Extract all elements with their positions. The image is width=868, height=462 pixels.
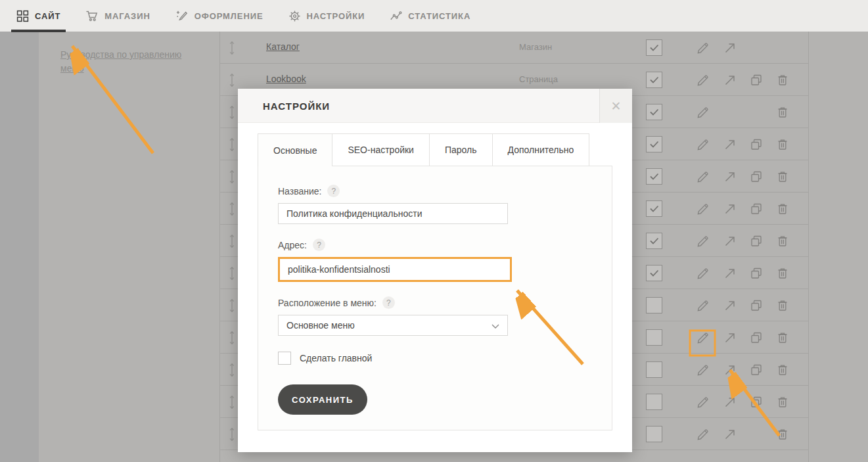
drag-handle-icon[interactable] bbox=[227, 233, 237, 252]
row-open-icon[interactable] bbox=[723, 363, 737, 377]
drag-handle-icon[interactable] bbox=[227, 394, 237, 413]
row-edit-icon[interactable] bbox=[696, 363, 710, 377]
row-copy-icon[interactable] bbox=[749, 73, 764, 87]
row-visibility-checkbox[interactable] bbox=[646, 329, 662, 346]
row-delete-icon[interactable] bbox=[775, 234, 790, 248]
row-edit-icon[interactable] bbox=[696, 105, 710, 120]
row-edit-icon[interactable] bbox=[696, 137, 710, 152]
row-open-icon[interactable] bbox=[723, 427, 737, 442]
row-open-icon[interactable] bbox=[723, 170, 737, 184]
row-visibility-checkbox[interactable] bbox=[646, 233, 662, 249]
row-open-icon[interactable] bbox=[723, 202, 737, 216]
row-edit-icon[interactable] bbox=[696, 427, 710, 442]
make-main-checkbox[interactable] bbox=[278, 352, 291, 365]
help-icon[interactable]: ? bbox=[327, 185, 340, 197]
tab-settings[interactable]: НАСТРОЙКИ bbox=[283, 0, 371, 32]
row-edit-icon[interactable] bbox=[696, 73, 710, 87]
drag-handle-icon[interactable] bbox=[227, 427, 237, 445]
drag-handle-icon[interactable] bbox=[227, 330, 237, 348]
drag-handle-icon[interactable] bbox=[227, 72, 237, 91]
tab-design[interactable]: ОФОРМЛЕНИЕ bbox=[170, 0, 269, 32]
row-delete-icon[interactable] bbox=[775, 105, 790, 120]
row-edit-icon[interactable] bbox=[696, 234, 710, 248]
row-delete-icon[interactable] bbox=[775, 331, 790, 345]
row-visibility-checkbox[interactable] bbox=[646, 200, 662, 217]
row-copy-icon[interactable] bbox=[749, 363, 764, 377]
help-icon[interactable]: ? bbox=[313, 239, 325, 251]
row-edit-icon[interactable] bbox=[696, 331, 710, 345]
row-open-icon[interactable] bbox=[723, 395, 737, 409]
settings-modal: НАСТРОЙКИ ✕ Основные SEO-настройки Парол… bbox=[238, 89, 632, 452]
row-visibility-checkbox[interactable] bbox=[646, 265, 662, 281]
row-delete-icon[interactable] bbox=[775, 363, 790, 377]
menu-guide-link[interactable]: Руководства по управлению меню bbox=[60, 48, 198, 76]
row-open-icon[interactable] bbox=[723, 73, 737, 87]
drag-handle-icon[interactable] bbox=[227, 137, 237, 155]
row-delete-icon[interactable] bbox=[775, 266, 790, 281]
row-name-link[interactable]: Lookbook bbox=[266, 74, 306, 84]
row-visibility-checkbox[interactable] bbox=[646, 72, 662, 88]
drag-handle-icon[interactable] bbox=[227, 40, 237, 58]
row-edit-icon[interactable] bbox=[696, 298, 710, 313]
row-open-icon[interactable] bbox=[723, 137, 737, 152]
row-delete-icon[interactable] bbox=[775, 73, 790, 87]
row-copy-icon[interactable] bbox=[749, 234, 764, 248]
drag-handle-icon[interactable] bbox=[227, 362, 237, 381]
row-edit-icon[interactable] bbox=[696, 170, 710, 184]
row-open-icon[interactable] bbox=[723, 41, 737, 55]
menu-location-select[interactable]: Основное меню bbox=[278, 315, 508, 336]
row-copy-icon[interactable] bbox=[749, 266, 764, 281]
address-field-label: Адрес: ? bbox=[278, 239, 612, 251]
row-visibility-checkbox[interactable] bbox=[646, 394, 662, 410]
address-field[interactable]: politika-konfidentsialnosti bbox=[278, 257, 512, 282]
row-visibility-checkbox[interactable] bbox=[646, 168, 662, 185]
row-delete-icon[interactable] bbox=[775, 427, 790, 442]
row-delete-icon[interactable] bbox=[775, 137, 790, 152]
row-type-label: Магазин bbox=[519, 42, 552, 52]
row-delete-icon[interactable] bbox=[775, 298, 790, 313]
save-button[interactable]: СОХРАНИТЬ bbox=[278, 384, 367, 415]
row-edit-icon[interactable] bbox=[696, 41, 710, 55]
row-delete-icon[interactable] bbox=[775, 202, 790, 216]
drag-handle-icon[interactable] bbox=[227, 104, 237, 123]
drag-handle-icon[interactable] bbox=[227, 201, 237, 219]
row-visibility-checkbox[interactable] bbox=[646, 39, 662, 56]
tab-password[interactable]: Пароль bbox=[429, 133, 493, 166]
drag-handle-icon[interactable] bbox=[227, 169, 237, 187]
row-copy-icon[interactable] bbox=[749, 298, 764, 313]
row-visibility-checkbox[interactable] bbox=[646, 361, 662, 378]
drag-handle-icon[interactable] bbox=[227, 266, 237, 284]
row-copy-icon[interactable] bbox=[749, 331, 764, 345]
tab-advanced[interactable]: Дополнительно bbox=[492, 133, 590, 166]
row-edit-icon[interactable] bbox=[696, 266, 710, 281]
row-open-icon[interactable] bbox=[723, 266, 737, 281]
row-visibility-checkbox[interactable] bbox=[646, 104, 662, 120]
row-copy-icon[interactable] bbox=[749, 395, 764, 409]
tab-shop[interactable]: МАГАЗИН bbox=[80, 0, 155, 32]
tab-site[interactable]: САЙТ bbox=[11, 0, 66, 32]
row-edit-icon[interactable] bbox=[696, 395, 710, 409]
close-icon[interactable]: ✕ bbox=[599, 89, 632, 123]
row-visibility-checkbox[interactable] bbox=[646, 426, 662, 442]
row-open-icon[interactable] bbox=[723, 298, 737, 313]
help-icon[interactable]: ? bbox=[382, 296, 395, 309]
row-visibility-checkbox[interactable] bbox=[646, 136, 662, 152]
row-visibility-checkbox[interactable] bbox=[646, 297, 662, 313]
row-delete-icon[interactable] bbox=[775, 170, 790, 184]
gear-icon bbox=[288, 10, 301, 22]
tab-general[interactable]: Основные bbox=[258, 133, 332, 166]
row-open-icon[interactable] bbox=[723, 234, 737, 248]
row-copy-icon[interactable] bbox=[749, 202, 764, 216]
row-open-icon[interactable] bbox=[723, 331, 737, 345]
row-name-link[interactable]: Каталог bbox=[266, 41, 300, 52]
row-edit-icon[interactable] bbox=[696, 202, 710, 216]
tab-seo[interactable]: SEO-настройки bbox=[332, 133, 430, 166]
tab-statistics[interactable]: СТАТИСТИКА bbox=[384, 0, 476, 32]
row-copy-icon[interactable] bbox=[749, 170, 764, 184]
tab-statistics-label: СТАТИСТИКА bbox=[408, 11, 470, 21]
drag-handle-icon[interactable] bbox=[227, 298, 237, 316]
name-field[interactable]: Политика конфиденциальности bbox=[278, 203, 508, 224]
row-delete-icon[interactable] bbox=[775, 395, 790, 409]
row-copy-icon[interactable] bbox=[749, 137, 764, 152]
topbar: САЙТ МАГАЗИН ОФОРМЛЕНИЕ bbox=[0, 0, 868, 32]
